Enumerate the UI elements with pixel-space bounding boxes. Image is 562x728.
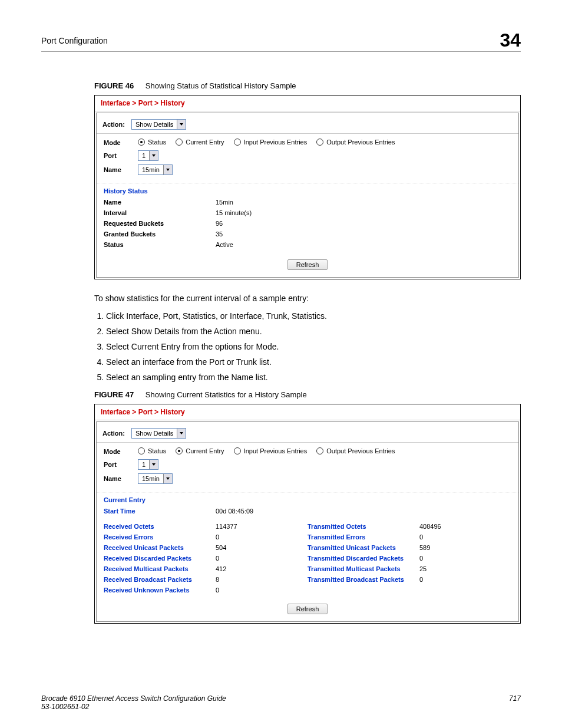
stat-value: 408496 — [419, 523, 478, 530]
stat-value: 114377 — [216, 523, 275, 530]
step-item: Select an interface from the Port or Tru… — [106, 357, 521, 367]
stat-label: Transmitted Octets — [308, 523, 419, 530]
status-row: Granted Buckets35 — [104, 229, 511, 239]
figure47-caption: FIGURE 47 Showing Current Statistics for… — [94, 390, 521, 399]
mode-label: Mode — [104, 448, 138, 455]
start-time-value: 00d 08:45:09 — [216, 508, 275, 515]
figure46-screenshot: Interface > Port > History Action: Show … — [94, 95, 521, 279]
radio-label: Current Entry — [186, 139, 224, 146]
name-select[interactable]: 15min — [138, 473, 173, 484]
radio-label: Output Previous Entries — [326, 447, 395, 454]
chevron-down-icon — [163, 474, 172, 483]
radio-icon — [234, 447, 241, 454]
action-row: Action: Show Details — [97, 426, 518, 443]
chevron-down-icon — [163, 165, 172, 174]
step-item: Select Current Entry from the options fo… — [106, 342, 521, 351]
stat-value: 0 — [419, 555, 478, 562]
stat-value: 504 — [216, 544, 275, 551]
current-entry-head: Current Entry — [97, 492, 518, 506]
step-item: Select an sampling entry from the Name l… — [106, 373, 521, 382]
stat-row: Received Multicast Packets412 — [104, 564, 308, 574]
mode-radio[interactable]: Status — [138, 139, 166, 146]
stat-row: Transmitted Multicast Packets25 — [308, 564, 511, 574]
status-row: Name15min — [104, 197, 511, 207]
status-label: Requested Buckets — [104, 220, 216, 227]
refresh-button[interactable]: Refresh — [287, 259, 328, 270]
stat-row: Transmitted Broadcast Packets0 — [308, 574, 511, 585]
stat-row: Received Unicast Packets504 — [104, 542, 308, 553]
stat-label: Transmitted Broadcast Packets — [308, 576, 419, 583]
radio-icon — [234, 139, 241, 146]
stat-value: 589 — [419, 544, 478, 551]
port-label: Port — [104, 152, 138, 159]
stat-value: 412 — [216, 565, 275, 572]
stat-label: Transmitted Unicast Packets — [308, 544, 419, 551]
stat-label: Received Multicast Packets — [104, 565, 216, 572]
name-select[interactable]: 15min — [138, 164, 173, 175]
footer-page: 717 — [509, 694, 521, 711]
stat-label: Transmitted Discarded Packets — [308, 555, 419, 562]
step-item: Select Show Details from the Action menu… — [106, 327, 521, 336]
section-title: Port Configuration — [41, 36, 108, 45]
figure46-label: FIGURE 46 — [94, 81, 134, 90]
history-status-head: History Status — [97, 183, 518, 197]
chevron-down-icon — [177, 120, 186, 129]
mode-radio[interactable]: Current Entry — [176, 447, 224, 454]
breadcrumb: Interface > Port > History — [95, 404, 520, 420]
stat-label: Received Discarded Packets — [104, 555, 216, 562]
radio-label: Output Previous Entries — [326, 139, 395, 146]
radio-label: Input Previous Entries — [244, 139, 308, 146]
refresh-button[interactable]: Refresh — [287, 604, 328, 614]
status-label: Status — [104, 241, 216, 248]
start-time-label: Start Time — [104, 508, 216, 515]
status-value: 15 minute(s) — [216, 209, 252, 216]
action-select[interactable]: Show Details — [131, 119, 186, 130]
status-label: Granted Buckets — [104, 230, 216, 238]
footer-docnum: 53-1002651-02 — [41, 703, 89, 711]
stat-label: Received Errors — [104, 533, 216, 541]
stat-row: Transmitted Unicast Packets589 — [308, 542, 511, 553]
stat-label: Received Octets — [104, 523, 216, 530]
radio-icon — [138, 447, 145, 454]
stat-value: 0 — [216, 533, 275, 541]
mode-radio[interactable]: Output Previous Entries — [316, 447, 395, 454]
stat-label: Transmitted Multicast Packets — [308, 565, 419, 572]
stat-row: Received Broadcast Packets8 — [104, 574, 308, 585]
mode-radio[interactable]: Status — [138, 447, 166, 454]
status-row: StatusActive — [104, 239, 511, 250]
stat-value: 0 — [419, 576, 478, 583]
port-select[interactable]: 1 — [138, 150, 158, 161]
mode-label: Mode — [104, 139, 138, 146]
stat-value: 25 — [419, 565, 478, 572]
radio-icon — [138, 139, 145, 146]
stat-row: Received Discarded Packets0 — [104, 553, 308, 564]
radio-label: Input Previous Entries — [244, 447, 308, 454]
action-select[interactable]: Show Details — [131, 428, 186, 439]
stat-row: Transmitted Errors0 — [308, 532, 511, 542]
action-row: Action: Show Details — [97, 117, 518, 134]
action-label: Action: — [103, 121, 125, 128]
steps-list: Click Interface, Port, Statistics, or In… — [94, 311, 521, 382]
radio-icon — [316, 139, 323, 146]
stat-row: Received Octets114377 — [104, 521, 308, 532]
port-label: Port — [104, 461, 138, 468]
stat-row: Transmitted Discarded Packets0 — [308, 553, 511, 564]
stat-value: 8 — [216, 576, 275, 583]
figure46-text: Showing Status of Statistical History Sa… — [146, 81, 296, 90]
status-label: Name — [104, 199, 216, 206]
stat-value: 0 — [216, 555, 275, 562]
stat-row: Received Errors0 — [104, 532, 308, 542]
figure47-screenshot: Interface > Port > History Action: Show … — [94, 404, 521, 624]
mode-radio[interactable]: Input Previous Entries — [234, 447, 308, 454]
mode-radio[interactable]: Output Previous Entries — [316, 139, 395, 146]
footer-title: Brocade 6910 Ethernet Access Switch Conf… — [41, 694, 226, 703]
stat-label: Received Unicast Packets — [104, 544, 216, 551]
stat-value: 0 — [419, 533, 478, 541]
status-value: 35 — [216, 230, 223, 238]
mode-radio[interactable]: Current Entry — [176, 139, 224, 146]
chapter-number: 34 — [500, 29, 521, 51]
mode-radio[interactable]: Input Previous Entries — [234, 139, 308, 146]
port-select[interactable]: 1 — [138, 459, 158, 470]
page-header: Port Configuration 34 — [41, 29, 521, 52]
chevron-down-icon — [177, 429, 186, 438]
